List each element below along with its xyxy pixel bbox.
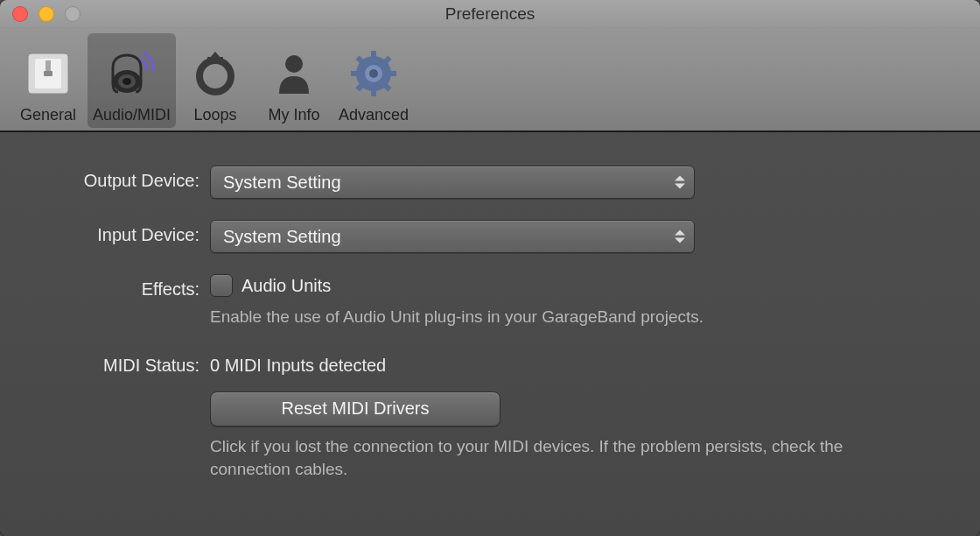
- toolbar: General Audio/MIDI: [0, 28, 980, 132]
- svg-point-7: [200, 60, 231, 92]
- tab-label: General: [20, 106, 76, 124]
- svg-rect-8: [207, 57, 223, 62]
- output-device-label: Output Device:: [35, 166, 210, 191]
- audio-units-checkbox[interactable]: [210, 274, 233, 297]
- svg-point-6: [122, 78, 131, 85]
- tab-my-info[interactable]: My Info: [255, 33, 333, 128]
- loop-icon: [192, 43, 239, 104]
- midi-status-row: MIDI Status: 0 MIDI Inputs detected Rese…: [35, 350, 945, 482]
- chevron-updown-icon: [675, 176, 685, 189]
- output-device-value: System Setting: [223, 173, 341, 193]
- reset-midi-button-label: Reset MIDI Drivers: [282, 398, 430, 419]
- svg-rect-13: [351, 71, 358, 76]
- svg-point-20: [369, 69, 378, 78]
- tab-audio-midi[interactable]: Audio/MIDI: [88, 33, 176, 128]
- effects-label: Effects:: [35, 274, 210, 300]
- preferences-window: Preferences General: [0, 0, 980, 536]
- svg-rect-11: [371, 51, 376, 58]
- effects-helper-text: Enable the use of Audio Unit plug-ins in…: [210, 306, 928, 329]
- svg-rect-14: [389, 71, 396, 76]
- gear-icon: [351, 43, 396, 104]
- tab-advanced[interactable]: Advanced: [333, 33, 414, 128]
- titlebar: Preferences: [0, 0, 980, 28]
- content-panel: Output Device: System Setting Input Devi…: [0, 132, 980, 536]
- svg-rect-3: [44, 71, 52, 76]
- audio-units-label: Audio Units: [242, 276, 331, 296]
- zoom-button[interactable]: [65, 6, 80, 22]
- output-device-select[interactable]: System Setting: [210, 166, 695, 199]
- chevron-updown-icon: [675, 230, 685, 243]
- close-button[interactable]: [12, 6, 28, 22]
- toggle-switch-icon: [23, 43, 74, 104]
- svg-point-9: [285, 55, 303, 73]
- person-icon: [272, 43, 316, 104]
- output-device-row: Output Device: System Setting: [35, 166, 945, 199]
- midi-status-label: MIDI Status:: [35, 350, 210, 376]
- input-device-select[interactable]: System Setting: [210, 220, 695, 253]
- svg-rect-12: [371, 89, 376, 96]
- traffic-lights: [0, 6, 80, 22]
- midi-status-value: 0 MIDI Inputs detected: [210, 350, 928, 376]
- midi-helper-text: Click if you lost the connection to your…: [210, 435, 928, 482]
- tab-loops[interactable]: Loops: [176, 33, 255, 128]
- window-title: Preferences: [445, 4, 535, 24]
- tab-label: Audio/MIDI: [93, 106, 171, 124]
- input-device-label: Input Device:: [35, 220, 210, 245]
- tab-general[interactable]: General: [9, 33, 88, 128]
- input-device-value: System Setting: [223, 227, 341, 247]
- speaker-icon: [104, 43, 160, 104]
- reset-midi-drivers-button[interactable]: Reset MIDI Drivers: [210, 391, 500, 427]
- tab-label: Loops: [194, 106, 237, 124]
- input-device-row: Input Device: System Setting: [35, 220, 945, 253]
- minimize-button[interactable]: [38, 6, 54, 22]
- tab-label: My Info: [269, 106, 320, 124]
- tab-label: Advanced: [339, 106, 409, 124]
- effects-row: Effects: Audio Units Enable the use of A…: [35, 274, 945, 329]
